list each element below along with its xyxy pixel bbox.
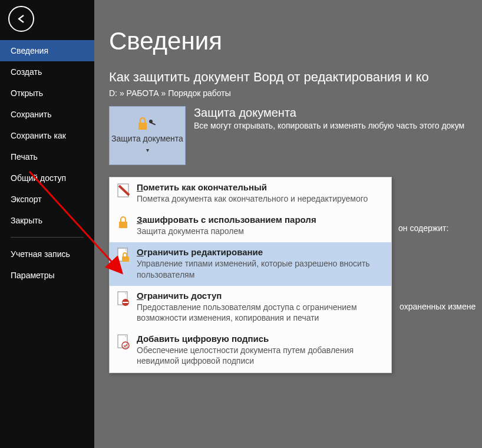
menu-item-2[interactable]: Ограничить редактированиеУправление типа… (110, 242, 391, 285)
back-arrow-icon (15, 13, 27, 25)
protect-document-menu: Пометить как окончательныйПометка докуме… (109, 177, 392, 373)
nav-item-8[interactable]: Закрыть (0, 210, 94, 231)
protect-button-label: Защита документа (110, 133, 185, 154)
menu-item-title: Добавить цифровую подпись (137, 334, 269, 344)
trailing-text-1: он содержит: (398, 223, 448, 233)
pen-icon (115, 182, 132, 204)
doc-deny-icon (115, 291, 132, 323)
protect-document-button[interactable]: Защита документа (109, 106, 186, 165)
svg-rect-9 (123, 302, 128, 303)
menu-item-desc: Защита документа паролем (137, 226, 316, 236)
menu-item-desc: Обеспечение целостности документа путем … (137, 345, 385, 366)
nav-item-2[interactable]: Открыть (0, 83, 94, 104)
nav-bottom-item-0[interactable]: Учетная запись (0, 243, 94, 265)
nav-divider (11, 237, 84, 238)
nav-item-4[interactable]: Сохранить как (0, 125, 94, 146)
backstage-sidebar: СведенияСоздатьОткрытьСохранитьСохранить… (0, 0, 94, 448)
nav-item-5[interactable]: Печать (0, 146, 94, 167)
svg-rect-4 (119, 222, 127, 228)
nav-item-6[interactable]: Общий доступ (0, 167, 94, 189)
protect-section: Защита документа Защита документа Все мо… (109, 106, 482, 165)
menu-item-title: Пометить как окончательный (137, 182, 267, 192)
menu-item-desc: Предоставление пользователям доступа с о… (137, 302, 385, 323)
menu-item-1[interactable]: Зашифровать с использованием пароляЗащит… (110, 210, 391, 242)
nav-item-1[interactable]: Создать (0, 61, 94, 83)
doc-lock-icon (115, 247, 132, 279)
menu-item-title: Ограничить доступ (137, 291, 222, 301)
back-button[interactable] (8, 6, 34, 32)
page-title: Сведения (109, 27, 482, 55)
menu-item-desc: Пометка документа как окончательного и н… (137, 193, 368, 204)
trailing-text-2: охраненных измене (400, 302, 476, 311)
doc-sign-icon (115, 334, 132, 366)
svg-rect-0 (138, 123, 147, 130)
menu-item-4[interactable]: Добавить цифровую подписьОбеспечение цел… (110, 329, 391, 372)
lock-icon (115, 215, 132, 236)
document-title: Как защитить документ Ворд от редактиров… (109, 70, 482, 85)
menu-item-title: Ограничить редактирование (137, 247, 263, 257)
menu-item-0[interactable]: Пометить как окончательныйПометка докуме… (110, 177, 391, 210)
menu-item-title: Зашифровать с использованием пароля (137, 215, 316, 225)
nav-item-3[interactable]: Сохранить (0, 104, 94, 125)
protect-heading: Защита документа (194, 106, 482, 120)
nav-item-7[interactable]: Экспорт (0, 189, 94, 210)
menu-item-desc: Управление типами изменений, которые раз… (137, 258, 385, 279)
protect-description: Все могут открывать, копировать и изменя… (194, 121, 482, 130)
document-path: D: » РАБОТА » Порядок работы (109, 88, 482, 98)
nav-item-0[interactable]: Сведения (0, 40, 94, 61)
svg-rect-2 (150, 122, 156, 126)
svg-rect-6 (122, 256, 129, 262)
menu-item-3[interactable]: Ограничить доступПредоставление пользова… (110, 286, 391, 329)
nav-bottom-item-1[interactable]: Параметры (0, 265, 94, 286)
lock-key-icon (138, 117, 157, 131)
